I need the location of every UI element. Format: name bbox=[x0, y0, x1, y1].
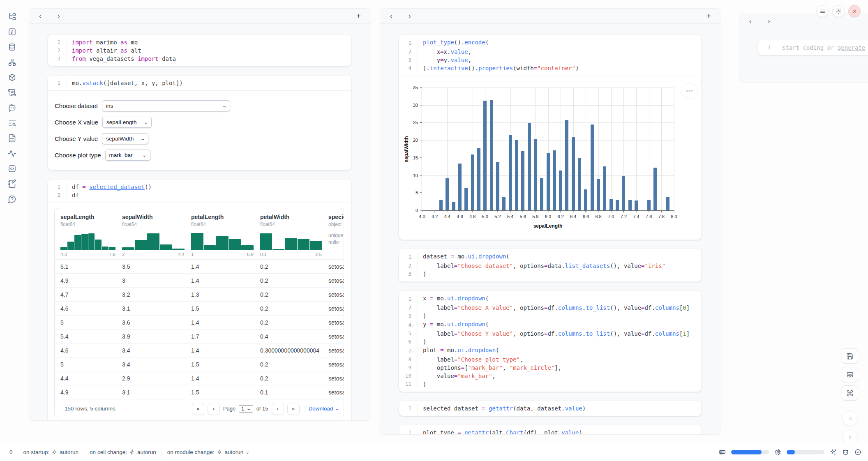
chart-bar bbox=[471, 154, 474, 210]
stop-button[interactable] bbox=[842, 410, 858, 426]
code-text: y=y.value, bbox=[418, 56, 471, 64]
table-row[interactable]: 5.13.51.40.2setosa bbox=[55, 259, 344, 273]
fold-spacer bbox=[412, 274, 416, 275]
notebook-column-3: ‹ › 1Start coding or generate with bbox=[739, 14, 868, 82]
column-prev-icon[interactable]: ‹ bbox=[39, 13, 41, 19]
column-prev-icon[interactable]: ‹ bbox=[390, 13, 392, 19]
table-row[interactable]: 4.42.91.40.2setosa bbox=[55, 371, 344, 385]
code-line: 1⌄dataset = mo.ui.dropdown( bbox=[399, 252, 701, 262]
page-select[interactable]: 1⌄ bbox=[239, 405, 253, 413]
chart-x-axis-title: sepalLength bbox=[533, 223, 563, 229]
y-tick-label: 25 bbox=[413, 120, 418, 125]
dropdown-select[interactable]: sepalLength⌄ bbox=[102, 117, 152, 128]
table-column-header[interactable]: speciesobjectunique:nulls: bbox=[328, 214, 344, 257]
last-page-button[interactable]: » bbox=[287, 403, 300, 415]
assistant-button[interactable] bbox=[842, 449, 849, 456]
fold-icon[interactable]: ⌄ bbox=[412, 320, 416, 330]
code-editor[interactable]: 1selected_dataset = getattr(data, datase… bbox=[399, 401, 701, 416]
dropdown-select[interactable]: mark_bar⌄ bbox=[105, 150, 150, 161]
fold-icon[interactable]: ⌄ bbox=[412, 294, 416, 304]
sidebar-button-help-bubble[interactable] bbox=[7, 194, 17, 204]
cell-output-controls: Choose datasetiris⌄Choose X valuesepalLe… bbox=[48, 90, 351, 170]
status-bar: 0 on startup:autorunon cell change:autor… bbox=[0, 443, 868, 461]
close-button[interactable] bbox=[848, 5, 861, 17]
sidebar-button-activity[interactable] bbox=[7, 148, 17, 158]
table-row[interactable]: 4.63.11.50.2setosa bbox=[55, 301, 344, 315]
add-column-button[interactable]: + bbox=[356, 12, 361, 21]
fold-icon[interactable]: ⌄ bbox=[412, 252, 416, 262]
command-button[interactable] bbox=[842, 385, 858, 401]
table-row[interactable]: 4.73.21.30.2setosa bbox=[55, 287, 344, 301]
table-row[interactable]: 53.61.40.2setosa bbox=[55, 315, 344, 329]
column-next-icon[interactable]: › bbox=[768, 18, 770, 25]
column-next-icon[interactable]: › bbox=[58, 13, 60, 19]
add-column-button[interactable]: + bbox=[706, 12, 711, 21]
download-button[interactable]: Download⌄ bbox=[309, 406, 339, 412]
sidebar-button-text-search[interactable] bbox=[7, 118, 17, 128]
code-text: dataset = mo.ui.dropdown( bbox=[418, 252, 510, 262]
table-column-header[interactable]: sepalWidthfloat6424.4 bbox=[122, 214, 191, 257]
save-button[interactable] bbox=[842, 348, 858, 364]
x-tick-label: 4.8 bbox=[469, 214, 476, 219]
table-cell: 1.3 bbox=[191, 291, 260, 298]
code-editor[interactable]: 1mo.vstack([dataset, x, y, plot]) bbox=[48, 76, 351, 90]
circle-check-button[interactable] bbox=[854, 449, 861, 456]
column-next-icon[interactable]: › bbox=[409, 13, 411, 19]
fold-icon[interactable]: ⌄ bbox=[412, 38, 416, 48]
first-page-button[interactable]: « bbox=[192, 403, 204, 415]
table-row[interactable]: 5.43.91.70.4setosa bbox=[55, 329, 344, 343]
autorun-item[interactable]: on module change:autorun⌄ bbox=[167, 449, 249, 455]
sidebar-button-file-text[interactable] bbox=[7, 133, 17, 143]
prev-page-button[interactable]: ‹ bbox=[208, 403, 220, 415]
table-cell: 3.4 bbox=[122, 361, 191, 368]
sidebar-button-function-square[interactable] bbox=[7, 27, 17, 37]
line-number: 10 bbox=[399, 372, 418, 380]
sparkles-button[interactable] bbox=[830, 449, 837, 456]
code-line: 4⌄y = mo.ui.dropdown( bbox=[399, 320, 701, 330]
code-editor[interactable]: 1import marimo as mo2import altair as al… bbox=[48, 35, 351, 66]
table-column-header[interactable]: petalWidthfloat640.12.5 bbox=[260, 214, 328, 257]
sidebar-button-package[interactable] bbox=[7, 72, 17, 82]
sidebar-button-code-square[interactable] bbox=[7, 164, 17, 173]
settings-button[interactable] bbox=[832, 5, 845, 17]
table-row[interactable]: 4.93.11.50.1setosa bbox=[55, 385, 344, 399]
code-editor[interactable]: 1⌄dataset = mo.ui.dropdown(2 label="Choo… bbox=[399, 249, 701, 281]
cell-more-options-button[interactable]: ••• bbox=[681, 83, 698, 99]
code-editor[interactable]: 1Start coding or generate with bbox=[758, 40, 868, 55]
autorun-item[interactable]: on cell change:autorun bbox=[90, 449, 156, 455]
line-number: 2 bbox=[399, 48, 418, 56]
floating-actions bbox=[842, 348, 858, 445]
code-editor[interactable]: 1⌄x = mo.ui.dropdown(2 label="Choose X v… bbox=[399, 291, 701, 392]
sidebar-button-database[interactable] bbox=[7, 42, 17, 52]
next-page-button[interactable]: › bbox=[272, 403, 284, 415]
cell-output-table: sepalLengthfloat644.37.9sepalWidthfloat6… bbox=[48, 203, 351, 421]
layout-button[interactable] bbox=[842, 367, 858, 382]
sidebar-button-workflow[interactable] bbox=[7, 57, 17, 67]
sidebar-button-scroll-text[interactable] bbox=[7, 88, 17, 97]
code-editor[interactable]: 1df = selected_dataset()2df bbox=[48, 180, 351, 203]
table-row[interactable]: 4.63.41.40.30000000000000004setosa bbox=[55, 343, 344, 357]
code-line: 6) bbox=[399, 338, 701, 346]
sidebar-button-bot-message[interactable] bbox=[7, 103, 17, 113]
table-column-header[interactable]: petalLengthfloat6416.9 bbox=[191, 214, 260, 257]
chart-plot-area: 051015202530354.04.24.44.64.85.05.25.45.… bbox=[422, 88, 674, 211]
sidebar-button-notebook-pen[interactable] bbox=[7, 179, 17, 189]
code-editor[interactable]: 1⌄plot_type().encode(2 x=x.value,3 y=y.v… bbox=[399, 35, 701, 76]
sidebar-button-file-tree[interactable] bbox=[7, 12, 17, 21]
code-text: ) bbox=[418, 270, 426, 278]
dropdown-select[interactable]: sepalWidth⌄ bbox=[102, 133, 148, 144]
lightning-icon bbox=[129, 449, 135, 455]
code-editor[interactable]: 1plot_type = getattr(alt.Chart(df), plot… bbox=[399, 425, 701, 435]
chart-bar bbox=[521, 151, 524, 210]
chevron-down-icon: ⌄ bbox=[142, 153, 147, 157]
table-row[interactable]: 53.41.50.2setosa bbox=[55, 357, 344, 371]
column-prev-icon[interactable]: ‹ bbox=[749, 18, 751, 25]
menu-button[interactable] bbox=[816, 5, 829, 17]
table-column-header[interactable]: sepalLengthfloat644.37.9 bbox=[60, 214, 122, 257]
table-row[interactable]: 4.931.40.2setosa bbox=[55, 273, 344, 287]
autorun-item[interactable]: on startup:autorun bbox=[23, 449, 79, 455]
fold-spacer bbox=[412, 51, 416, 53]
x-tick-label: 4.0 bbox=[419, 214, 425, 219]
fold-icon[interactable]: ⌄ bbox=[412, 346, 416, 355]
dropdown-select[interactable]: iris⌄ bbox=[102, 100, 230, 111]
